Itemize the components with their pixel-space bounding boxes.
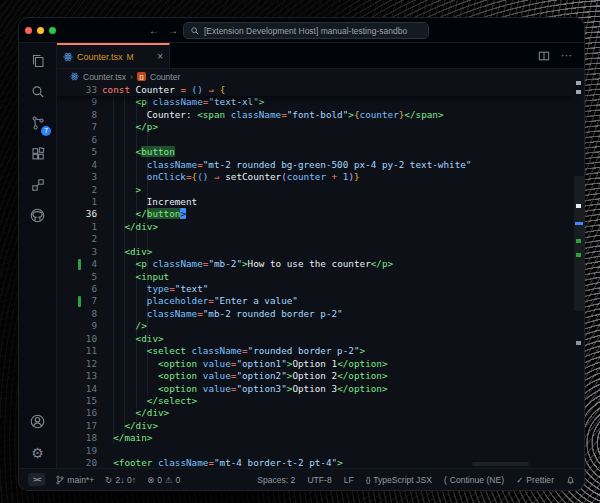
horizontal-scrollbar[interactable] [472,462,529,466]
ruler-mark [575,222,583,225]
eol-status[interactable]: LF [344,475,354,485]
line-number: 7 [57,295,102,307]
sync-status[interactable]: ↻ 2↓ 0↑ [105,475,136,485]
line-number: 11 [57,345,102,357]
line-number: 4 [57,159,102,171]
line-number: 3 [57,246,102,258]
search-icon [191,27,199,35]
code-line[interactable]: 14 <option value="option3">Option 3</opt… [57,383,574,395]
git-modified-marker [78,259,81,270]
code-line[interactable]: 4 <p className="mb-2">How to use the cou… [57,258,574,270]
breadcrumb[interactable]: Counter.tsx › [] Counter [57,69,584,84]
scrollbar-thumb[interactable] [574,176,584,311]
split-editor-icon[interactable] [538,50,550,62]
code-line[interactable]: 1 </div> [57,221,574,233]
notifications-bell-icon[interactable] [566,475,575,485]
scm-badge: 7 [41,126,51,136]
code-line[interactable]: 5 <button [57,146,574,158]
code-line[interactable]: 1 Increment [57,196,574,208]
close-window-button[interactable] [25,27,32,34]
branch-icon [56,475,64,485]
code-editor[interactable]: 9 <p className="text-xl">8 Counter: <spa… [57,84,584,468]
extensions-icon[interactable] [19,138,56,169]
code-line[interactable]: 7 </p> [57,121,574,133]
line-number: 5 [57,271,102,283]
code-line[interactable]: 6 [57,134,574,146]
git-modified-badge: M [127,52,134,62]
problems-status[interactable]: ⊗ 0 ⚠ 0 [147,475,180,485]
settings-gear-icon[interactable]: ⚙ [19,437,56,468]
git-branch-item[interactable]: main*+ [56,475,94,485]
line-number: 6 [57,134,102,146]
ruler-mark [576,239,581,243]
close-tab-icon[interactable]: × [157,51,163,62]
code-line[interactable]: 5 <input [57,271,574,283]
prettier-status[interactable]: ✓ Prettier [516,475,554,485]
breadcrumb-separator: › [130,72,133,82]
language-status[interactable]: {} TypeScript JSX [366,475,432,485]
code-line[interactable]: 17 </div> [57,420,574,432]
code-line[interactable]: 19 [57,445,574,457]
code-line[interactable]: 9 /> [57,320,574,332]
code-line[interactable]: 11 <select className="rounded border p-2… [57,345,574,357]
react-file-icon [70,72,79,81]
line-number: 15 [57,395,102,407]
line-number: 5 [57,146,102,158]
line-number: 19 [57,445,102,457]
breadcrumb-symbol[interactable]: Counter [150,72,180,82]
editor-group: Counter.tsx M × ⋯ Counter.tsx › [] Count… [57,43,584,468]
code-line[interactable]: 36 </button> [57,208,574,220]
code-line[interactable]: 8 className="mb-2 rounded border p-2" [57,308,574,320]
minimize-window-button[interactable] [37,27,44,34]
code-line[interactable]: 12 <option value="option1">Option 1</opt… [57,358,574,370]
ruler-mark [576,204,581,208]
forward-icon[interactable]: → [168,25,178,36]
code-line[interactable]: 6 type="text" [57,283,574,295]
code-line[interactable]: 2 > [57,184,574,196]
zoom-window-button[interactable] [49,27,56,34]
code-line[interactable]: 10 <div> [57,333,574,345]
continue-extension-status[interactable]: ( Continue (NE) [444,475,504,485]
code-line[interactable]: 2 [57,233,574,245]
code-line[interactable]: 9 <p className="text-xl"> [57,96,574,108]
account-icon[interactable] [19,406,56,437]
more-actions-icon[interactable]: ⋯ [561,49,573,62]
code-line[interactable]: 3 onClick={() ⇒ setCounter(counter + 1)} [57,171,574,183]
code-line[interactable]: 15 </select> [57,395,574,407]
encoding-status[interactable]: UTF-8 [307,475,331,485]
git-modified-marker [78,296,81,307]
overview-ruler[interactable] [574,69,584,468]
line-number: 13 [57,370,102,382]
search-view-icon[interactable] [19,76,56,107]
code-line[interactable]: 4 className="mt-2 rounded bg-green-500 p… [57,159,574,171]
react-file-icon [63,52,73,62]
references-icon[interactable] [19,169,56,200]
window-title: [Extension Development Host] manual-test… [204,26,407,36]
breadcrumb-file[interactable]: Counter.tsx [83,72,126,82]
github-icon[interactable] [19,200,56,231]
activity-bar: 7 ⚙ [19,43,57,468]
code-line[interactable]: 7 placeholder="Enter a value" [57,295,574,307]
line-number: 17 [57,420,102,432]
line-number: 8 [57,109,102,121]
remote-indicator[interactable]: >< [28,473,45,486]
line-number: 33 [57,84,102,96]
tab-counter-tsx[interactable]: Counter.tsx M × [57,43,170,68]
language-mode-icon: {} [366,475,370,484]
line-number: 14 [57,383,102,395]
source-control-icon[interactable]: 7 [19,107,56,138]
back-icon[interactable]: ← [149,25,159,36]
code-line[interactable]: 3 <div> [57,246,574,258]
sticky-line[interactable]: 33const Counter = () ⇒ { [57,84,574,96]
code-line[interactable]: 8 Counter: <span className="font-bold">{… [57,109,574,121]
indentation-status[interactable]: Spaces: 2 [257,475,295,485]
explorer-icon[interactable] [19,45,56,76]
code-line[interactable]: 13 <option value="option2">Option 2</opt… [57,370,574,382]
code-line[interactable]: 16 </div> [57,407,574,419]
command-center[interactable]: [Extension Development Host] manual-test… [183,22,429,39]
line-number: 9 [57,96,102,108]
continue-icon: ( [444,475,447,485]
line-number: 12 [57,358,102,370]
code-lines: 9 <p className="text-xl">8 Counter: <spa… [57,96,574,468]
code-line[interactable]: 18 </main> [57,432,574,444]
